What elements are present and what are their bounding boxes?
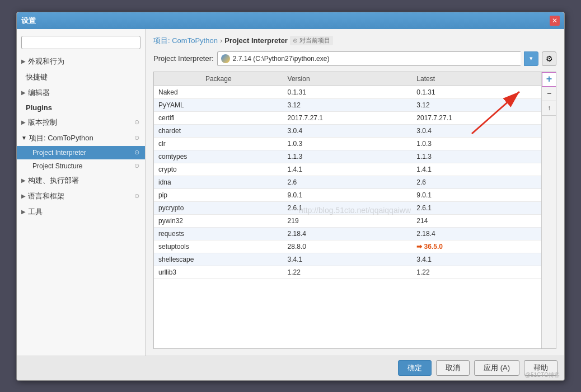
- sidebar-item-editor[interactable]: ▶ 编辑器: [17, 85, 145, 101]
- interpreter-label: Project Interpreter:: [153, 54, 214, 63]
- package-name: pywin32: [154, 214, 283, 227]
- package-version: 2.6.1: [283, 201, 413, 214]
- chevron-right-icon: ▶: [21, 209, 26, 215]
- package-name: setuptools: [154, 240, 283, 253]
- package-name: comtypes: [154, 150, 283, 163]
- structure-settings-icon: ⊙: [134, 162, 139, 169]
- cancel-button[interactable]: 取消: [436, 360, 470, 376]
- sidebar-item-project[interactable]: ▼ 项目: ComToPython ⊙: [17, 130, 145, 146]
- package-name: shellescape: [154, 253, 283, 266]
- package-latest: 2.6.1: [412, 201, 541, 214]
- sidebar-item-appearance[interactable]: ▶ 外观和行为: [17, 54, 145, 69]
- package-latest: ➡ 36.5.0: [412, 240, 541, 253]
- close-button[interactable]: ✕: [550, 16, 560, 26]
- package-latest: 3.12: [412, 98, 541, 111]
- title-bar: 设置 ✕: [17, 12, 564, 29]
- copyright: @51CTO博客: [525, 371, 560, 379]
- package-name: pycrypto: [154, 201, 283, 214]
- lang-settings-icon: ⊙: [134, 192, 139, 200]
- table-row[interactable]: crypto1.4.11.4.1: [154, 163, 541, 176]
- chevron-right-icon: ▶: [21, 177, 26, 183]
- sidebar-item-label: Project Structure: [32, 162, 82, 170]
- breadcrumb-parent[interactable]: 项目: ComToPython: [153, 36, 218, 46]
- chevron-down-icon: ▼: [21, 135, 27, 141]
- sidebar-search-container: [21, 36, 140, 49]
- settings-dialog: 设置 ✕ ▶ 外观和行为 快捷键 ▶ 编辑器 Plugins: [16, 12, 565, 381]
- table-row[interactable]: pywin32219214: [154, 214, 541, 227]
- interpreter-row: Project Interpreter: 2.7.14 (C:\Python27…: [153, 51, 556, 66]
- sidebar-item-label: 编辑器: [28, 88, 50, 98]
- add-package-button[interactable]: +: [542, 72, 556, 87]
- interpreter-dropdown-button[interactable]: ▾: [524, 51, 538, 66]
- table-row[interactable]: Naked0.1.310.1.31: [154, 86, 541, 98]
- breadcrumb-separator: ›: [220, 36, 222, 45]
- package-latest: 1.1.3: [412, 150, 541, 163]
- package-version: 2.6: [283, 176, 413, 188]
- table-row[interactable]: clr1.0.31.0.3: [154, 137, 541, 150]
- confirm-button[interactable]: 确定: [398, 360, 432, 376]
- package-version: 1.4.1: [283, 163, 413, 176]
- package-latest: 9.0.1: [412, 188, 541, 201]
- package-name: chardet: [154, 124, 283, 137]
- sidebar-item-label: 外观和行为: [28, 56, 64, 67]
- table-row[interactable]: comtypes1.1.31.1.3: [154, 150, 541, 163]
- sidebar-item-vcs[interactable]: ▶ 版本控制 ⊙: [17, 115, 145, 130]
- table-row[interactable]: pycrypto2.6.12.6.1: [154, 201, 541, 214]
- interpreter-value: 2.7.14 (C:\Python27\python.exe): [233, 55, 330, 63]
- breadcrumb-badge: ⊙ 对当前项目: [290, 36, 333, 45]
- sidebar-item-plugins[interactable]: Plugins: [17, 101, 145, 115]
- packages-table-container: http://blog.51cto.net/qqaiqqaiww Package…: [154, 72, 541, 348]
- sidebar-item-interpreter[interactable]: Project Interpreter ⊙: [17, 146, 145, 159]
- sidebar-item-build[interactable]: ▶ 构建、执行部署: [17, 173, 145, 188]
- package-version: 1.0.3: [283, 137, 413, 150]
- table-row[interactable]: urllib31.221.22: [154, 266, 541, 278]
- package-latest: 1.22: [412, 266, 541, 278]
- vcs-icon: ⊙: [134, 119, 139, 126]
- package-latest: 2.6: [412, 176, 541, 188]
- table-row[interactable]: certifi2017.7.27.12017.7.27.1: [154, 111, 541, 124]
- col-package: Package: [154, 72, 283, 86]
- package-latest: 2017.7.27.1: [412, 111, 541, 124]
- sidebar-item-label: 构建、执行部署: [28, 176, 79, 186]
- sidebar-item-keymap[interactable]: 快捷键: [17, 69, 145, 85]
- package-version: 3.4.1: [283, 253, 413, 266]
- table-row[interactable]: chardet3.0.43.0.4: [154, 124, 541, 137]
- sidebar-item-structure[interactable]: Project Structure ⊙: [17, 159, 145, 173]
- upgrade-package-button[interactable]: ↑: [542, 101, 556, 116]
- sidebar-item-label: 版本控制: [28, 117, 57, 127]
- sidebar-item-label: 项目: ComToPython: [29, 133, 93, 143]
- table-row[interactable]: setuptools28.8.0➡ 36.5.0: [154, 240, 541, 253]
- table-side-buttons: + − ↑: [541, 72, 556, 348]
- remove-package-button[interactable]: −: [542, 87, 556, 101]
- table-row[interactable]: requests2.18.42.18.4: [154, 227, 541, 240]
- interpreter-gear-button[interactable]: ⚙: [542, 51, 556, 66]
- packages-table-area: http://blog.51cto.net/qqaiqqaiww Package…: [153, 72, 556, 349]
- apply-button[interactable]: 应用 (A): [474, 360, 519, 376]
- package-latest: 2.18.4: [412, 227, 541, 240]
- main-content: 项目: ComToPython › Project Interpreter ⊙ …: [146, 29, 564, 356]
- table-row[interactable]: shellescape3.4.13.4.1: [154, 253, 541, 266]
- chevron-right-icon: ▶: [21, 89, 26, 96]
- package-name: PyYAML: [154, 98, 283, 111]
- package-latest: 0.1.31: [412, 86, 541, 98]
- packages-table: Package Version Latest Naked0.1.310.1.31…: [154, 72, 541, 279]
- package-name: urllib3: [154, 266, 283, 278]
- chevron-right-icon: ▶: [21, 193, 26, 199]
- table-row[interactable]: PyYAML3.123.12: [154, 98, 541, 111]
- package-name: clr: [154, 137, 283, 150]
- breadcrumb: 项目: ComToPython › Project Interpreter ⊙ …: [153, 36, 556, 46]
- sidebar-item-label: Project Interpreter: [32, 149, 86, 157]
- package-version: 2017.7.27.1: [283, 111, 413, 124]
- package-name: certifi: [154, 111, 283, 124]
- sidebar-item-lang[interactable]: ▶ 语言和框架 ⊙: [17, 188, 145, 204]
- package-latest: 3.0.4: [412, 124, 541, 137]
- sidebar-item-label: 语言和框架: [28, 191, 64, 201]
- sidebar-item-tools[interactable]: ▶ 工具: [17, 204, 145, 220]
- chevron-right-icon: ▶: [21, 58, 26, 64]
- package-name: pip: [154, 188, 283, 201]
- package-latest: 214: [412, 214, 541, 227]
- search-input[interactable]: [21, 36, 140, 49]
- table-row[interactable]: idna2.62.6: [154, 176, 541, 188]
- table-row[interactable]: pip9.0.19.0.1: [154, 188, 541, 201]
- bottom-bar: 确定 取消 应用 (A) 帮助 @51CTO博客: [17, 356, 564, 380]
